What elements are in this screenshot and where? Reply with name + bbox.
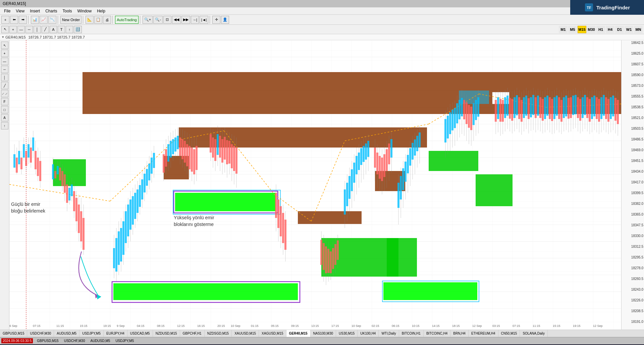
toolbar: + ⬅ ➡ 📊 📈 📉 New Order 📐 📋 🖨 AutoTrading … — [0, 15, 644, 25]
svg-rect-157 — [184, 141, 186, 163]
indicator-btn[interactable]: 📐 — [86, 16, 94, 24]
back-btn[interactable]: ⬅ — [10, 16, 18, 24]
price-level-26: 18191.0 — [631, 320, 643, 324]
tf-w1[interactable]: W1 — [625, 26, 633, 33]
arrow-btn[interactable]: ↑ — [66, 26, 73, 33]
tab-ethereum-h4[interactable]: ETHEREUM,H4 — [469, 330, 498, 337]
tf-mn[interactable]: MN — [634, 26, 643, 33]
menu-charts[interactable]: Charts — [43, 8, 60, 14]
svg-rect-363 — [560, 100, 562, 122]
svg-rect-339 — [532, 95, 534, 115]
svg-rect-165 — [193, 149, 195, 174]
tab-us30-m15[interactable]: US30,M15 — [336, 330, 358, 337]
price-level-8: 18503.5 — [631, 127, 643, 130]
scroll-right-btn[interactable]: ▶▶ — [181, 16, 190, 24]
new-chart-btn[interactable]: + — [1, 16, 9, 24]
chart-type1[interactable]: 📊 — [31, 16, 39, 24]
tab-ger40-m15[interactable]: GER40,M15 — [286, 330, 311, 337]
svg-rect-227 — [376, 153, 378, 174]
tab-gbpusd-m15[interactable]: GBPUSD,M15 — [0, 330, 27, 337]
zoom-out-btn[interactable]: 🔍- — [153, 16, 163, 24]
fit-btn[interactable]: ⊡ — [163, 16, 171, 24]
chart-type3[interactable]: 📉 — [48, 16, 56, 24]
text-btn[interactable]: A — [50, 26, 57, 33]
scroll-left-btn[interactable]: ◀◀ — [172, 16, 181, 24]
vline-btn[interactable]: │ — [34, 26, 41, 33]
fwd-btn[interactable]: ➡ — [19, 16, 27, 24]
svg-rect-155 — [181, 139, 183, 159]
text2-btn[interactable]: T — [58, 26, 65, 33]
tab-cn50-m15[interactable]: CN50,M15 — [498, 330, 520, 337]
profile-btn[interactable]: 👤 — [221, 16, 229, 24]
tf-m1[interactable]: M1 — [559, 26, 568, 33]
tf-m15[interactable]: M15 — [578, 26, 586, 33]
tab-brn-h4[interactable]: BRN,H4 — [450, 330, 469, 337]
fib-tool[interactable]: F — [1, 98, 8, 105]
menu-window[interactable]: Window — [75, 8, 95, 14]
tab-usdjpy-m5[interactable]: USDJPY,M5 — [79, 330, 104, 337]
tab-nzdusd-m15[interactable]: NZDUSD,M15 — [153, 330, 180, 337]
tf-h4[interactable]: H4 — [606, 26, 614, 33]
tab-audusd-m5[interactable]: AUDUSD,M5 — [54, 330, 79, 337]
channel-tool[interactable]: ⟋⟋ — [1, 90, 8, 97]
chart-canvas: 6 Sep 07:15 11:15 15:15 19:15 9 Sep 04:1… — [9, 40, 621, 330]
tab-bitcoinc-h4[interactable]: BITCOINC,H4 — [424, 330, 450, 337]
zoom-in-btn[interactable]: 🔍+ — [143, 16, 153, 24]
tab-xagusd-m15[interactable]: XAGUSD,M15 — [259, 330, 286, 337]
crosshair2-btn[interactable]: + — [9, 26, 17, 33]
print-btn[interactable]: 🖨 — [103, 16, 111, 24]
price-level-4: 18573.0 — [631, 84, 643, 88]
sep1 — [28, 16, 30, 24]
tf-m5[interactable]: M5 — [568, 26, 577, 33]
svg-text:06:15: 06:15 — [392, 324, 399, 328]
goto-btn[interactable]: →| — [191, 16, 199, 24]
svg-rect-215 — [358, 153, 360, 170]
tab-usdcad-m5[interactable]: USDCAD,M5 — [127, 330, 153, 337]
price-level-5: 18555.5 — [631, 95, 643, 98]
hline-tool[interactable]: ─ — [1, 66, 8, 73]
fib-btn[interactable]: 🔢 — [74, 26, 82, 33]
period-sep-btn[interactable]: |◄| — [200, 16, 209, 24]
tab-usdchf-m30[interactable]: USDCHF,M30 — [27, 330, 54, 337]
tab-solana-daily[interactable]: SOLANA,Daily — [520, 330, 548, 337]
tab-nzdsgd-m15[interactable]: NZDSGD,M15 — [205, 330, 232, 337]
new-order-btn[interactable]: New Order — [60, 16, 82, 24]
line-btn[interactable]: — — [17, 26, 25, 33]
autotrading-btn[interactable]: AutoTrading — [115, 16, 139, 24]
tab-xauusd-m15[interactable]: XAUUSD,M15 — [232, 330, 259, 337]
tab-bitcoin-h1[interactable]: BITCOIN,H1 — [399, 330, 424, 337]
svg-rect-77 — [54, 171, 56, 178]
trendline-btn[interactable]: ╱ — [42, 26, 49, 33]
svg-rect-353 — [549, 97, 551, 119]
tab-eurjpy-h4[interactable]: EURJPY,H4 — [104, 330, 127, 337]
svg-rect-125 — [139, 185, 141, 207]
price-level-18: 18330.0 — [631, 234, 643, 238]
pointer-tool[interactable]: ↖ — [1, 42, 8, 49]
menu-view[interactable]: View — [13, 8, 27, 14]
text-tool[interactable]: A — [1, 114, 8, 121]
line-tool[interactable]: — — [1, 58, 8, 65]
tf-h1[interactable]: H1 — [596, 26, 605, 33]
tab-wti-daily[interactable]: WTI,Daily — [379, 330, 399, 337]
cursor-btn[interactable]: ↖ — [1, 26, 9, 33]
tab-nas100-m30[interactable]: NAS100,M30 — [311, 330, 336, 337]
tf-d1[interactable]: D1 — [615, 26, 624, 33]
templates-btn[interactable]: 📋 — [94, 16, 102, 24]
chart-type2[interactable]: 📈 — [40, 16, 48, 24]
crosshair-tool[interactable]: + — [1, 50, 8, 57]
crosshair-btn[interactable]: ✛ — [212, 16, 220, 24]
menu-insert[interactable]: Insert — [27, 8, 43, 14]
tf-m30[interactable]: M30 — [587, 26, 596, 33]
svg-rect-173 — [214, 139, 216, 161]
arrow-tool[interactable]: ↑ — [1, 122, 8, 129]
rect-tool[interactable]: □ — [1, 106, 8, 113]
vline-tool[interactable]: │ — [1, 74, 8, 81]
tab-uk100-h4[interactable]: UK100,H4 — [358, 330, 379, 337]
menu-tools[interactable]: Tools — [60, 8, 75, 14]
menu-help[interactable]: Help — [94, 8, 108, 14]
trendline-tool[interactable]: ╱ — [1, 82, 8, 89]
tab-gbpchf-h1[interactable]: GBPCHF,H1 — [180, 330, 205, 337]
menu-file[interactable]: File — [1, 8, 13, 14]
svg-rect-145 — [170, 141, 172, 158]
hline-btn[interactable]: ─ — [25, 26, 33, 33]
